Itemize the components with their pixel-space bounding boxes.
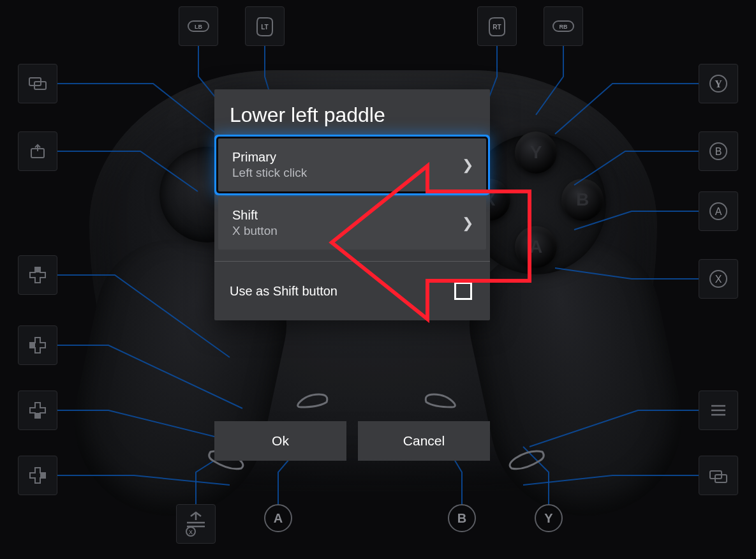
use-as-shift-checkbox[interactable] <box>454 282 472 300</box>
primary-mapping-option[interactable]: Primary Left stick click ❯ <box>218 138 486 191</box>
map-slot-paddle-y[interactable]: Y <box>535 504 563 532</box>
lb-icon: LB <box>187 19 210 34</box>
paddle-mapping-dialog: Lower left paddle Primary Left stick cli… <box>214 89 490 320</box>
face-button-a: A <box>515 226 557 268</box>
cancel-button[interactable]: Cancel <box>358 421 490 461</box>
map-slot-share[interactable] <box>18 131 57 171</box>
ok-button[interactable]: Ok <box>214 421 346 461</box>
svg-text:LB: LB <box>195 24 202 30</box>
paddle-upper-right-icon <box>421 391 459 410</box>
svg-text:Y: Y <box>715 78 722 89</box>
view-button-icon <box>28 77 47 91</box>
svg-text:X: X <box>715 274 722 285</box>
face-button-y: Y <box>515 131 557 174</box>
primary-label: Primary <box>232 150 472 165</box>
svg-text:X: X <box>189 529 193 535</box>
shift-label: Shift <box>232 208 472 223</box>
svg-text:LT: LT <box>261 24 268 31</box>
use-as-shift-label: Use as Shift button <box>230 284 337 299</box>
x-label-icon: X <box>709 269 728 288</box>
shift-value: X button <box>232 224 472 238</box>
map-slot-x[interactable]: X <box>699 259 738 299</box>
svg-text:RB: RB <box>560 24 568 30</box>
b-label-icon: B <box>709 142 728 161</box>
paddle-upper-left-icon <box>293 391 332 410</box>
primary-value: Left stick click <box>232 166 472 180</box>
map-slot-y[interactable]: Y <box>699 64 738 103</box>
map-slot-paddle-a[interactable]: A <box>264 504 292 532</box>
shift-mapping-option[interactable]: Shift X button ❯ <box>218 197 486 250</box>
map-slot-b[interactable]: B <box>699 131 738 171</box>
rb-icon: RB <box>552 19 575 34</box>
map-slot-lb[interactable]: LB <box>179 6 218 46</box>
paddle-lower-right-icon <box>504 447 549 472</box>
face-button-b: B <box>561 179 604 221</box>
use-as-shift-row[interactable]: Use as Shift button <box>214 262 490 320</box>
chevron-right-icon: ❯ <box>462 157 473 174</box>
chevron-right-icon: ❯ <box>462 215 473 232</box>
map-slot-dpad-left[interactable] <box>18 325 57 365</box>
map-slot-rb[interactable]: RB <box>544 6 583 46</box>
map-slot-lt[interactable]: LT <box>245 6 285 46</box>
a-label-icon: A <box>709 202 728 221</box>
map-slot-left-stick-shift[interactable]: X <box>176 504 216 544</box>
dialog-title: Lower left paddle <box>214 89 490 138</box>
map-slot-dpad-down[interactable] <box>18 391 57 430</box>
menu-button-icon <box>710 404 727 417</box>
map-slot-a[interactable]: A <box>699 191 738 231</box>
svg-text:B: B <box>715 146 722 157</box>
map-slot-menu[interactable] <box>699 391 738 430</box>
left-stick-shift-icon: X <box>183 511 209 537</box>
map-slot-view[interactable] <box>18 64 57 103</box>
dpad-up-icon <box>29 266 47 284</box>
map-slot-paddle-b[interactable]: B <box>448 504 476 532</box>
svg-text:A: A <box>715 206 722 217</box>
map-slot-dpad-up[interactable] <box>18 255 57 295</box>
map-slot-dpad-right[interactable] <box>18 456 57 495</box>
dpad-left-icon <box>29 336 47 354</box>
share-button-icon <box>29 144 47 159</box>
dialog-button-row: Ok Cancel <box>214 421 490 461</box>
dpad-right-icon <box>29 466 47 484</box>
svg-text:RT: RT <box>493 24 501 31</box>
y-label-icon: Y <box>709 74 728 93</box>
dpad-down-icon <box>29 401 47 419</box>
xbox-accessories-mapping-screen: Y B A X <box>0 0 756 559</box>
map-slot-right-stick[interactable] <box>699 456 738 495</box>
right-stick-icon <box>709 467 728 484</box>
map-slot-rt[interactable]: RT <box>477 6 517 46</box>
rt-icon: RT <box>487 15 507 37</box>
lt-icon: LT <box>255 15 275 37</box>
